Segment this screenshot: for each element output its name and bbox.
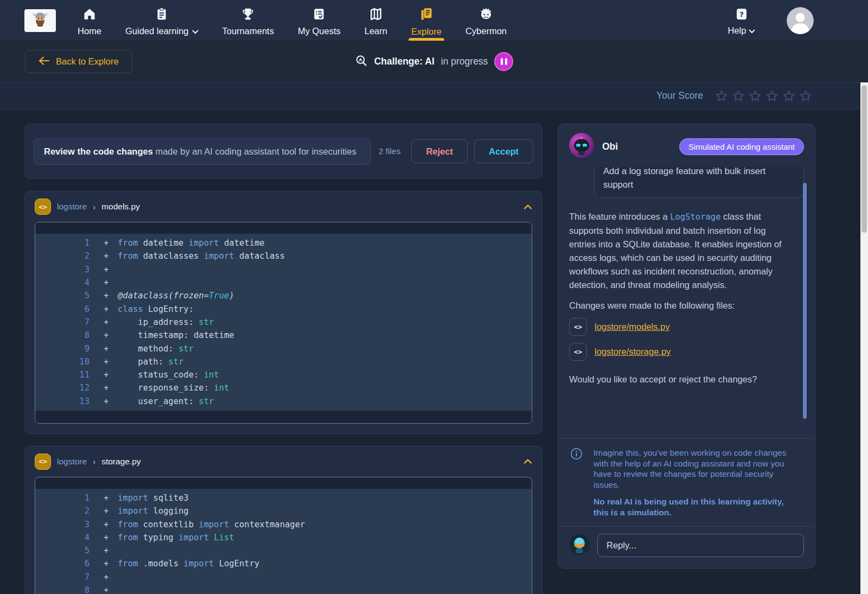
user-avatar[interactable]: [787, 7, 814, 34]
breadcrumb-dir: logstore: [57, 457, 87, 467]
chat-scrollbar[interactable]: [803, 183, 807, 419]
code-line: 2+import logging: [35, 504, 532, 518]
breadcrumb-chevron-icon: ›: [93, 202, 95, 212]
line-number: 5: [35, 291, 90, 301]
code-text: class LogEntry:: [118, 304, 194, 314]
star-icon[interactable]: [799, 90, 812, 103]
collapse-panel-button[interactable]: [524, 204, 532, 210]
score-label: Your Score: [656, 90, 703, 101]
star-icon[interactable]: [732, 90, 745, 103]
nav-item-tournaments[interactable]: Tournaments: [222, 0, 274, 41]
code-line: 8+ timestamp: datetime: [35, 329, 532, 342]
reject-button[interactable]: Reject: [411, 139, 468, 163]
nav-item-guided-learning[interactable]: Guided learning: [125, 0, 199, 41]
code-line: 4+from typing import List: [35, 531, 532, 544]
code-file-icon: <>: [35, 199, 51, 215]
code-line: 9+ method: str: [35, 342, 532, 355]
line-number: 2: [35, 506, 90, 516]
diff-expander-top[interactable]: [35, 222, 532, 234]
diff-marker: +: [104, 251, 114, 261]
star-icon[interactable]: [782, 90, 795, 103]
nav-items: Home Guided learning: [78, 0, 507, 41]
diff-card-models: <> logstore › models.py 1+from datetime …: [24, 191, 542, 434]
accept-button[interactable]: Accept: [474, 139, 533, 163]
page-scrollbar-thumb[interactable]: [861, 85, 867, 233]
code-lines: 1+from datetime import datetime2+from da…: [35, 234, 532, 411]
line-number: 12: [35, 383, 90, 393]
file-link-models[interactable]: logstore/models.py: [595, 322, 670, 332]
code-text: import logging: [118, 506, 189, 516]
line-number: 6: [35, 559, 90, 569]
nav-item-explore[interactable]: Explore: [411, 0, 442, 41]
help-icon: ?: [735, 8, 748, 23]
diff-marker: +: [104, 278, 114, 288]
magnifier-icon: [355, 54, 368, 69]
nav-label: Tournaments: [222, 26, 274, 36]
reader-icon: [419, 7, 434, 24]
file-link-row-models[interactable]: <> logstore/models.py: [569, 318, 804, 336]
page: Home Guided learning: [0, 0, 868, 594]
assistant-message: This feature introduces a LogStorage cla…: [569, 210, 786, 292]
line-number: 8: [35, 585, 90, 594]
code-line: 3+: [35, 263, 532, 276]
reply-row: [558, 527, 815, 568]
pause-button[interactable]: [494, 52, 513, 71]
svg-text:?: ?: [739, 10, 744, 18]
nav-item-learn[interactable]: Learn: [365, 0, 387, 41]
diff-marker: +: [104, 506, 114, 516]
active-tab-underline: [409, 38, 444, 41]
file-link-storage[interactable]: logstore/storage.py: [595, 347, 671, 357]
code-line: 5+@dataclass(frozen=True): [35, 289, 532, 302]
diff-marker: +: [104, 572, 114, 582]
code-file-icon: <>: [569, 343, 587, 361]
code-text: import sqlite3: [118, 493, 189, 503]
task-bold-text: Review the code changes: [44, 146, 153, 156]
back-to-explore-button[interactable]: Back to Explore: [25, 50, 132, 73]
nav-item-help[interactable]: ? Help: [727, 5, 755, 36]
score-stars: [715, 90, 812, 103]
star-icon[interactable]: [765, 90, 778, 103]
diff-marker: +: [104, 238, 114, 248]
nav-right: ? Help: [727, 0, 868, 41]
review-task-card: Review the code changes made by an AI co…: [24, 124, 542, 179]
code-line: 5+: [35, 544, 532, 557]
line-number: 11: [35, 370, 90, 380]
diff-marker: +: [104, 330, 114, 340]
breadcrumb-file: models.py: [101, 202, 140, 212]
line-number: 13: [35, 397, 90, 406]
star-icon[interactable]: [715, 90, 728, 103]
viking-logo-icon: [28, 10, 52, 31]
info-paragraph: Imagine this, you've been working on cod…: [593, 448, 797, 490]
diff-marker: +: [104, 533, 114, 542]
nav-item-my-quests[interactable]: My Quests: [298, 0, 341, 41]
diff-expander-top[interactable]: [35, 477, 532, 489]
code-text: @dataclass(frozen=True): [118, 291, 234, 301]
code-line: 7+: [35, 571, 532, 584]
diff-expander-bottom[interactable]: [35, 411, 532, 423]
assistant-badge: Simulated AI coding assistant: [679, 138, 804, 155]
nav-item-home[interactable]: Home: [78, 0, 101, 41]
code-line: 6+from .models import LogEntry: [35, 557, 532, 570]
reply-input[interactable]: [597, 534, 804, 557]
nav-label: Home: [78, 26, 101, 36]
player-avatar: [569, 534, 590, 557]
diff-marker: +: [104, 344, 114, 354]
main-content: Review the code changes made by an AI co…: [0, 110, 868, 594]
code-line: 4+: [35, 276, 532, 289]
code-text: from datetime import datetime: [118, 238, 265, 248]
file-link-row-storage[interactable]: <> logstore/storage.py: [569, 343, 804, 361]
collapse-panel-button[interactable]: [524, 458, 532, 464]
star-icon[interactable]: [749, 90, 762, 103]
task-description: Review the code changes made by an AI co…: [34, 138, 371, 165]
app-logo[interactable]: [24, 9, 56, 32]
page-scrollbar-track[interactable]: [860, 82, 868, 594]
code-line: 12+ response_size: int: [35, 381, 532, 394]
line-number: 3: [35, 520, 90, 529]
breadcrumb-file: storage.py: [101, 457, 141, 467]
line-number: 7: [35, 317, 90, 327]
files-count: 2 files: [379, 146, 401, 156]
code-text: status_code: int: [118, 370, 219, 380]
code-text: method: str: [118, 344, 194, 354]
home-icon: [82, 7, 97, 23]
nav-item-cybermon[interactable]: Cybermon: [465, 0, 507, 41]
